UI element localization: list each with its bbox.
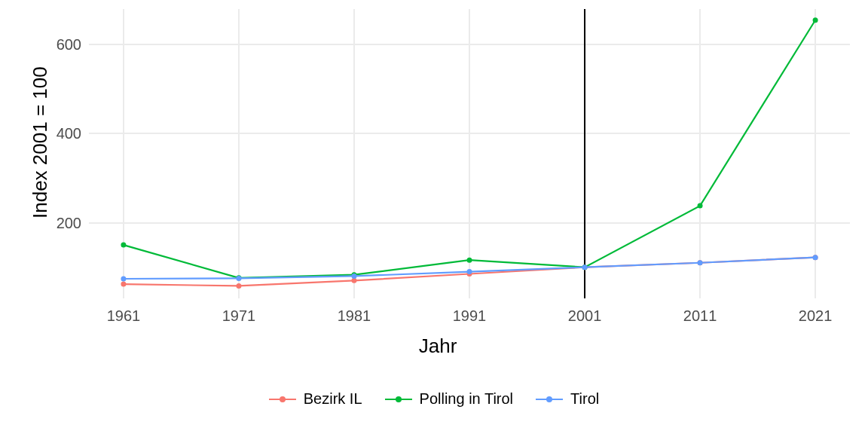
series-line [124, 20, 815, 278]
x-tick-label: 1991 [453, 307, 487, 325]
x-tick-label: 2001 [568, 307, 602, 325]
legend-row: Bezirk ILPolling in TirolTirol [269, 390, 599, 408]
series-point [121, 282, 126, 287]
legend-label: Bezirk IL [304, 390, 362, 408]
y-tick-label: 400 [57, 125, 81, 142]
x-axis-title: Jahr [419, 335, 457, 358]
series-point [121, 277, 126, 282]
x-tick-label: 1981 [338, 307, 371, 325]
x-tick-label: 1961 [107, 307, 141, 325]
plot-svg [0, 0, 868, 434]
legend-item: Tirol [536, 390, 599, 408]
x-tick-label: 2021 [799, 307, 833, 325]
series-point [236, 276, 241, 281]
series-point [467, 269, 472, 274]
series-point [467, 258, 472, 263]
y-axis-title: Index 2001 = 100 [29, 66, 52, 219]
series-point [698, 260, 703, 265]
series-point [813, 17, 818, 23]
series-point [698, 203, 703, 209]
legend-swatch [536, 393, 563, 405]
series-point [121, 243, 126, 248]
legend-item: Bezirk IL [269, 390, 362, 408]
y-tick-label: 200 [57, 214, 81, 231]
chart-container: 1961197119811991200120112021 200400600 J… [0, 0, 868, 434]
series-point [236, 283, 241, 289]
legend-label: Tirol [570, 390, 599, 408]
y-tick-label: 600 [57, 36, 81, 53]
series-point [582, 264, 588, 270]
x-tick-label: 1971 [222, 307, 256, 325]
legend-swatch [385, 393, 412, 405]
legend-swatch [269, 393, 296, 405]
series-point [813, 255, 818, 260]
series-point [351, 274, 356, 279]
legend-label: Polling in Tirol [420, 390, 514, 408]
legend: Bezirk ILPolling in TirolTirol [0, 390, 868, 408]
x-tick-label: 2011 [683, 307, 717, 325]
legend-item: Polling in Tirol [385, 390, 514, 408]
